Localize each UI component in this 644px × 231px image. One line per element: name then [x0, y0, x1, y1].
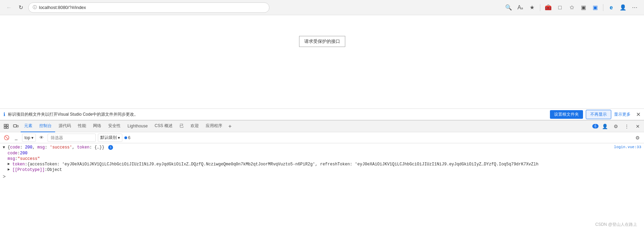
svg-rect-5 — [17, 125, 18, 127]
count-value: 6 — [128, 135, 131, 140]
eye-icon[interactable]: 👁 — [38, 134, 45, 142]
token-expand-icon[interactable]: ► — [8, 162, 12, 166]
settings-icon[interactable]: ⚙ — [611, 122, 621, 131]
svg-rect-0 — [4, 124, 6, 126]
message-count: 6 — [124, 135, 131, 140]
count-dot — [124, 136, 127, 139]
entry-info-icon[interactable]: i — [108, 145, 113, 150]
read-mode-button[interactable]: Aₐ — [515, 2, 525, 13]
device-toolbar-icon[interactable] — [11, 122, 21, 131]
set-root-folder-button[interactable]: 设置根文件夹 — [550, 110, 583, 119]
security-icon: ⓘ — [33, 4, 37, 10]
tab-lighthouse[interactable]: Lighthouse — [124, 121, 151, 132]
split-view-button[interactable]: □ — [555, 2, 565, 13]
divider — [540, 4, 540, 11]
prototype-expand-icon[interactable]: ► — [8, 167, 12, 172]
show-more-link[interactable]: 显示更多 — [614, 112, 631, 117]
filter-input[interactable] — [48, 134, 96, 142]
back-button[interactable]: ← — [4, 3, 14, 12]
notification-info-icon: ℹ — [3, 112, 5, 117]
browser-actions: 🔍 Aₐ ★ 🧰 □ ✩ ▣ ▣ e 👤 ⋯ — [503, 2, 640, 13]
console-entry-msg: msg: "success" — [0, 156, 644, 162]
menu-button[interactable]: ⋯ — [630, 2, 640, 13]
console-entry-token: ► token: {accessToken: 'eyJ0eXAiOiJKV1Qi… — [0, 162, 644, 167]
dropdown-arrow-icon: ▾ — [31, 135, 33, 140]
console-entry-prototype: ► [[Prototype]]: Object — [0, 167, 644, 173]
tab-network[interactable]: 网络 — [90, 121, 105, 132]
clear-console-button[interactable]: 🚫 — [3, 134, 10, 142]
console-input-caret[interactable]: > — [0, 173, 644, 181]
tab-security[interactable]: 安全性 — [105, 121, 124, 132]
devtools-notification: ℹ 标识项目的根文件夹以打开Visual Studio Code中的源文件并同步… — [0, 108, 644, 120]
expand-arrow-1[interactable]: ▼ — [3, 145, 8, 150]
svg-rect-2 — [4, 127, 6, 128]
extension-icon[interactable]: ▣ — [590, 2, 600, 13]
favorites-button[interactable]: ✩ — [566, 2, 577, 13]
devtools-right-actions: 6 👤 ⚙ ⋮ ✕ — [592, 122, 643, 131]
url-text: localhost:8080/?#/index — [39, 5, 86, 10]
nav-buttons: ← ↻ — [4, 3, 25, 12]
tab-css-overview[interactable]: CSS 概述 — [151, 121, 176, 132]
console-settings-button[interactable]: ⚙ — [634, 134, 641, 142]
log-level-dropdown[interactable]: 默认级别 ▾ — [98, 134, 122, 142]
page-content: 请求受保护的接口 — [0, 15, 644, 108]
inspect-element-icon[interactable] — [1, 122, 11, 131]
context-value: top — [24, 135, 30, 140]
more-tabs-button[interactable]: + — [226, 121, 234, 132]
no-filter-button[interactable]: ⎯ — [12, 134, 20, 142]
more-options-button[interactable]: ⋮ — [622, 122, 632, 131]
notification-close-button[interactable]: ✕ — [636, 111, 641, 118]
notification-text: 标识项目的根文件夹以打开Visual Studio Code中的源文件并同步更改… — [8, 112, 547, 117]
tab-console[interactable]: 控制台 — [36, 121, 55, 132]
console-badge: 6 — [592, 124, 599, 128]
tab-elements[interactable]: 元素 — [21, 121, 36, 132]
close-devtools-button[interactable]: ✕ — [633, 122, 643, 131]
search-button[interactable]: 🔍 — [503, 2, 514, 13]
watermark: CSDN @登山人在路上 — [595, 222, 637, 228]
devtools-panel: 元素 控制台 源代码 性能 网络 安全性 Lighthouse CSS 概述 已… — [0, 120, 644, 202]
bookmark-button[interactable]: ★ — [527, 2, 537, 13]
browser-chrome: ← ↻ ⓘ localhost:8080/?#/index 🔍 Aₐ ★ 🧰 □… — [0, 0, 644, 15]
tab-welcome[interactable]: 欢迎 — [187, 121, 202, 132]
divider2 — [603, 4, 603, 11]
refresh-button[interactable]: ↻ — [16, 3, 25, 12]
edge-icon[interactable]: e — [606, 2, 616, 13]
address-bar[interactable]: ⓘ localhost:8080/?#/index — [28, 2, 269, 13]
extensions-button[interactable]: 🧰 — [543, 2, 553, 13]
collections-button[interactable]: ▣ — [578, 2, 589, 13]
tab-application[interactable]: 应用程序 — [202, 121, 226, 132]
console-entry-code: code: 200 — [0, 151, 644, 156]
svg-rect-1 — [7, 124, 8, 126]
entry-content-1: {code: 200, msg: 'success', token: {…}} … — [8, 145, 611, 150]
user-agent-icon[interactable]: 👤 — [600, 122, 610, 131]
context-dropdown[interactable]: top ▾ — [22, 134, 36, 142]
devtools-tabs: 元素 控制台 源代码 性能 网络 安全性 Lighthouse CSS 概述 已… — [0, 121, 644, 132]
no-show-button[interactable]: 不再显示 — [586, 110, 611, 119]
svg-rect-4 — [13, 125, 17, 127]
console-content: ▼ {code: 200, msg: 'success', token: {…}… — [0, 143, 644, 202]
profile-button[interactable]: 👤 — [618, 2, 628, 13]
protected-api-button[interactable]: 请求受保护的接口 — [299, 36, 345, 47]
svg-rect-3 — [7, 127, 8, 128]
console-entry-1: ▼ {code: 200, msg: 'success', token: {…}… — [0, 145, 644, 151]
console-toolbar: 🚫 ⎯ top ▾ 👁 默认级别 ▾ 6 ⚙ — [0, 132, 644, 143]
tab-already[interactable]: 已 — [176, 121, 187, 132]
level-label: 默认级别 — [100, 135, 117, 141]
tab-sources[interactable]: 源代码 — [55, 121, 74, 132]
level-arrow-icon: ▾ — [118, 135, 120, 140]
entry-source-1[interactable]: login.vue:33 — [614, 145, 641, 149]
tab-performance[interactable]: 性能 — [74, 121, 90, 132]
